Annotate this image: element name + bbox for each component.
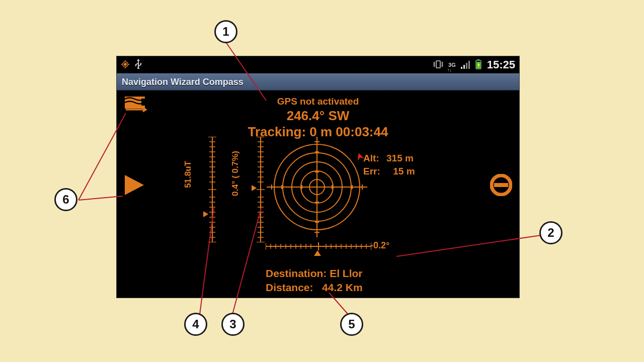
svg-line-110 [78, 196, 123, 200]
stop-icon[interactable] [490, 174, 512, 198]
destination-value: El Llor [330, 267, 362, 279]
field-strength-scale [207, 137, 217, 244]
svg-rect-6 [436, 61, 440, 68]
pitch-pointer-icon [252, 185, 257, 191]
error-label: Err: [363, 165, 382, 178]
gps-status: GPS not activated [117, 96, 519, 108]
play-icon[interactable] [125, 175, 144, 195]
svg-rect-8 [477, 59, 479, 60]
status-bar: 3G↑↓ 15:25 [117, 56, 519, 73]
network-3g-icon: 3G↑↓ [448, 62, 456, 68]
altitude-readout: Alt:315 m Err: 15 m [363, 152, 415, 177]
altitude-label: Alt: [363, 152, 382, 165]
error-value: 15 m [393, 165, 415, 178]
svg-point-0 [124, 63, 127, 66]
pitch-scale [256, 137, 266, 244]
roll-pointer-icon [314, 250, 321, 256]
heading-readout: 246.4° SW [117, 108, 519, 124]
callout-3: 3 [221, 313, 245, 336]
pitch-value: 0.4° ( 0.7%) [230, 151, 240, 196]
battery-charging-icon [475, 59, 482, 71]
vibrate-icon [433, 60, 443, 70]
callout-1: 1 [214, 20, 237, 43]
callout-6: 6 [54, 188, 77, 211]
callout-2: 2 [539, 221, 562, 244]
clock: 15:25 [487, 58, 515, 71]
usb-icon [135, 59, 142, 71]
phone-frame: 3G↑↓ 15:25 Navigation Wizard Compass [117, 56, 519, 298]
app-body: GPS not activated 246.4° SW Tracking: 0 … [117, 90, 519, 298]
callout-5: 5 [340, 313, 363, 336]
distance-label: Distance: [266, 282, 313, 293]
title-bar: Navigation Wizard Compass [117, 73, 519, 90]
top-readout: GPS not activated 246.4° SW Tracking: 0 … [117, 96, 519, 140]
distance-value: 44.2 Km [322, 282, 363, 293]
altitude-value: 315 m [386, 152, 414, 165]
roll-value: -0.2° [370, 240, 389, 251]
location-icon [121, 60, 130, 70]
callout-4: 4 [184, 313, 207, 336]
app-title: Navigation Wizard Compass [122, 77, 244, 87]
destination-label: Destination: [266, 267, 327, 279]
field-strength-value: 51.8uT [183, 161, 193, 188]
signal-icon [461, 61, 470, 69]
compass-dial[interactable] [267, 137, 367, 237]
destination-readout: Destination: El Llor Distance: 44.2 Km [266, 266, 363, 295]
svg-rect-13 [494, 183, 508, 187]
field-strength-pointer-icon [203, 211, 208, 217]
